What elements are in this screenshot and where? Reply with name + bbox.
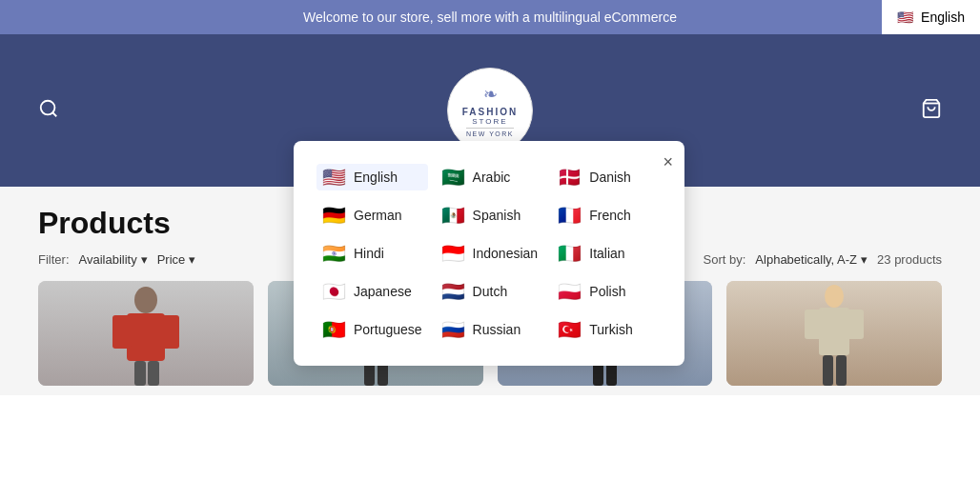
language-option-dutch[interactable]: 🇳🇱 Dutch [436,278,545,305]
language-option-italian[interactable]: 🇮🇹 Italian [552,240,662,267]
flag-portuguese: 🇵🇹 [322,320,346,339]
lang-name-german: German [354,208,402,223]
lang-name-indonesian: Indonesian [473,246,539,261]
flag-polish: 🇵🇱 [558,282,582,301]
language-option-portuguese[interactable]: 🇵🇹 Portuguese [316,316,428,343]
flag-danish: 🇩🇰 [558,168,582,187]
language-option-japanese[interactable]: 🇯🇵 Japanese [316,278,428,305]
lang-name-arabic: Arabic [473,170,511,185]
language-option-french[interactable]: 🇫🇷 French [552,202,662,229]
lang-name-hindi: Hindi [354,246,384,261]
flag-spanish: 🇲🇽 [441,206,465,225]
flag-dutch: 🇳🇱 [441,282,465,301]
language-option-indonesian[interactable]: 🇮🇩 Indonesian [436,240,545,267]
lang-name-english: English [354,170,398,185]
language-grid: 🇺🇸 English 🇸🇦 Arabic 🇩🇰 Danish 🇩🇪 German… [316,164,662,343]
lang-name-spanish: Spanish [473,208,521,223]
lang-name-polish: Polish [589,284,625,299]
language-option-spanish[interactable]: 🇲🇽 Spanish [436,202,545,229]
flag-indonesian: 🇮🇩 [441,244,465,263]
language-modal: × 🇺🇸 English 🇸🇦 Arabic 🇩🇰 Danish 🇩🇪 Germ… [294,141,684,366]
language-option-russian[interactable]: 🇷🇺 Russian [436,316,545,343]
lang-name-danish: Danish [589,170,631,185]
language-option-turkish[interactable]: 🇹🇷 Turkish [552,316,662,343]
modal-close-button[interactable]: × [663,152,673,172]
language-option-arabic[interactable]: 🇸🇦 Arabic [436,164,545,190]
lang-name-japanese: Japanese [354,284,412,299]
flag-hindi: 🇮🇳 [322,244,346,263]
language-option-hindi[interactable]: 🇮🇳 Hindi [316,240,428,267]
language-option-german[interactable]: 🇩🇪 German [316,202,428,229]
flag-arabic: 🇸🇦 [441,168,465,187]
language-option-english[interactable]: 🇺🇸 English [316,164,428,190]
flag-turkish: 🇹🇷 [558,320,582,339]
flag-italian: 🇮🇹 [558,244,582,263]
flag-french: 🇫🇷 [558,206,582,225]
lang-name-russian: Russian [473,322,521,337]
modal-overlay[interactable]: × 🇺🇸 English 🇸🇦 Arabic 🇩🇰 Danish 🇩🇪 Germ… [0,0,980,480]
flag-japanese: 🇯🇵 [322,282,346,301]
lang-name-french: French [589,208,631,223]
flag-russian: 🇷🇺 [441,320,465,339]
lang-name-portuguese: Portuguese [354,322,422,337]
lang-name-dutch: Dutch [473,284,508,299]
lang-name-italian: Italian [589,246,624,261]
lang-name-turkish: Turkish [589,322,632,337]
flag-english: 🇺🇸 [322,168,346,187]
language-option-danish[interactable]: 🇩🇰 Danish [552,164,662,190]
language-option-polish[interactable]: 🇵🇱 Polish [552,278,662,305]
flag-german: 🇩🇪 [322,206,346,225]
